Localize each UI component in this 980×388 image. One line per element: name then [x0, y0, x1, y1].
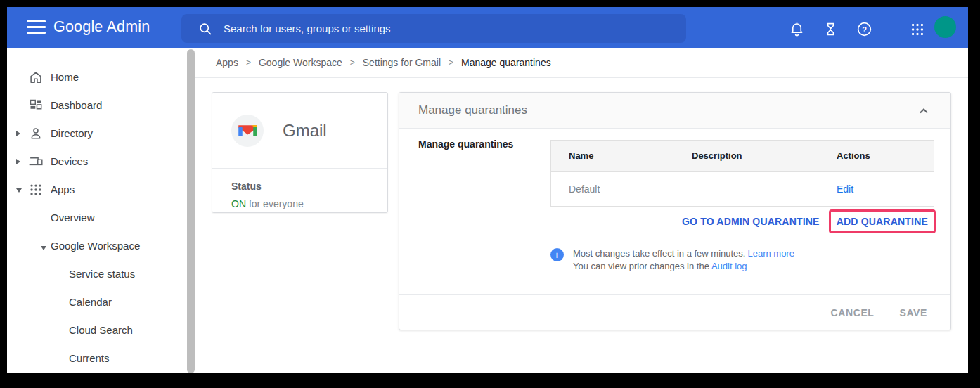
dashboard-icon — [28, 98, 44, 113]
add-quarantine-button[interactable]: ADD QUARANTINE — [837, 216, 928, 227]
sidebar-item-directory[interactable]: Directory — [7, 119, 187, 148]
app-bar: Google Admin — [7, 7, 968, 48]
sidebar-scrollbar[interactable] — [187, 49, 195, 373]
expand-right-icon — [16, 131, 20, 136]
column-header-actions: Actions — [819, 150, 934, 161]
info-line-1: Most changes take effect in a few minute… — [573, 247, 794, 260]
session-hourglass-icon[interactable] — [823, 21, 839, 37]
panel-header[interactable]: Manage quarantines — [399, 93, 950, 129]
home-icon — [28, 70, 44, 85]
breadcrumb-current-page: Manage quarantines — [461, 57, 551, 68]
edit-link[interactable]: Edit — [837, 183, 853, 195]
info-icon: i — [550, 248, 564, 261]
sidebar-item-apps[interactable]: Apps — [7, 176, 187, 204]
gmail-status-section: Status ON for everyone — [212, 169, 387, 209]
admin-console-window: Google Admin — [7, 7, 968, 373]
chevron-up-icon[interactable] — [915, 103, 932, 119]
svg-text:?: ? — [862, 25, 867, 34]
quarantine-actions-row: GO TO ADMIN QUARANTINE ADD QUARANTINE — [682, 209, 936, 233]
gmail-app-card: Gmail Status ON for everyone — [212, 92, 388, 213]
audit-log-link[interactable]: Audit log — [711, 261, 747, 271]
breadcrumb: Apps > Google Workspace > Settings for G… — [195, 48, 968, 78]
sidebar-item-overview[interactable]: Overview — [7, 204, 187, 232]
status-value: ON for everyone — [231, 198, 387, 209]
devices-icon — [28, 154, 44, 169]
table-row: Default Edit — [551, 172, 934, 206]
learn-more-link[interactable]: Learn more — [747, 248, 794, 259]
breadcrumb-separator: > — [246, 58, 251, 67]
manage-quarantines-panel: Manage quarantines Manage quarantines Na… — [399, 92, 951, 330]
breadcrumb-settings-for-gmail[interactable]: Settings for Gmail — [363, 57, 441, 68]
screenshot-frame: Google Admin — [0, 0, 980, 388]
sidebar-item-google-workspace[interactable]: Google Workspace — [7, 232, 187, 260]
sidebar-item-dashboard[interactable]: Dashboard — [7, 91, 187, 119]
table-header-row: Name Description Actions — [551, 141, 934, 172]
expand-down-icon — [16, 188, 22, 193]
breadcrumb-apps[interactable]: Apps — [216, 57, 238, 68]
sidebar-item-cloud-search[interactable]: Cloud Search — [7, 316, 187, 344]
breadcrumb-separator: > — [350, 58, 355, 67]
quarantines-table: Name Description Actions Default Edit — [550, 140, 934, 207]
brand-title: Google Admin — [53, 18, 150, 36]
column-header-description: Description — [674, 150, 819, 161]
expand-down-icon — [41, 246, 46, 250]
save-button[interactable]: SAVE — [900, 307, 928, 318]
search-icon — [198, 22, 212, 36]
search-bar[interactable] — [181, 14, 686, 43]
main-menu-icon[interactable] — [27, 20, 46, 34]
gmail-logo-circle — [231, 115, 264, 147]
gmail-card-header: Gmail — [212, 93, 387, 169]
app-title: Gmail — [283, 121, 327, 141]
gmail-logo-icon — [238, 123, 257, 138]
apps-icon — [28, 182, 44, 198]
panel-title: Manage quarantines — [418, 103, 527, 117]
info-line-2: You can view prior changes in theAudit l… — [573, 260, 794, 273]
sidebar-nav: Home Dashboard — [7, 48, 187, 373]
help-icon[interactable]: ? — [856, 21, 872, 37]
go-to-admin-quarantine-button[interactable]: GO TO ADMIN QUARANTINE — [682, 216, 820, 227]
sidebar-item-home[interactable]: Home — [7, 63, 187, 91]
sidebar-item-devices[interactable]: Devices — [7, 148, 187, 176]
person-icon — [28, 126, 44, 141]
add-quarantine-highlight-box: ADD QUARANTINE — [829, 209, 936, 233]
sidebar-item-calendar[interactable]: Calendar — [7, 288, 187, 316]
notifications-bell-icon[interactable] — [789, 21, 805, 37]
sidebar-item-service-status[interactable]: Service status — [7, 260, 187, 288]
panel-footer: CANCEL SAVE — [399, 294, 950, 330]
section-label: Manage quarantines — [418, 138, 513, 150]
sidebar-item-currents[interactable]: Currents — [7, 344, 187, 373]
google-apps-grid-icon[interactable] — [909, 21, 925, 37]
panel-body: Manage quarantines Name Description Acti… — [399, 129, 950, 330]
breadcrumb-google-workspace[interactable]: Google Workspace — [259, 57, 342, 68]
cancel-button[interactable]: CANCEL — [831, 307, 875, 318]
info-note: i Most changes take effect in a few minu… — [550, 247, 794, 272]
row-name: Default — [551, 183, 674, 195]
search-input[interactable] — [224, 22, 645, 34]
status-on-badge: ON — [231, 198, 246, 209]
breadcrumb-separator: > — [449, 58, 453, 67]
expand-right-icon — [16, 159, 20, 164]
column-header-name: Name — [551, 150, 674, 161]
status-label: Status — [231, 181, 387, 192]
account-avatar[interactable] — [934, 16, 956, 38]
